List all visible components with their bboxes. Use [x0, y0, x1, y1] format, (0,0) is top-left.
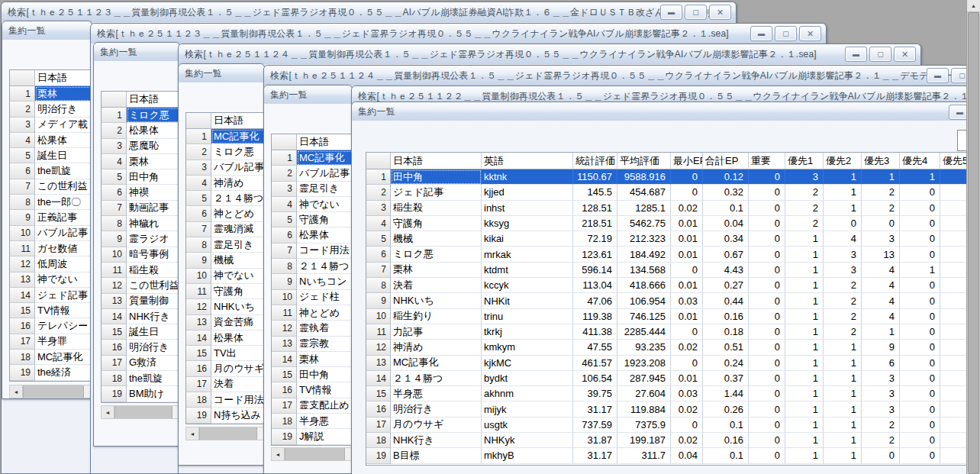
column-header[interactable]: 英語	[482, 153, 573, 169]
row-number[interactable]: 10	[366, 309, 391, 324]
list-item[interactable]: 3 バブル記事	[186, 160, 265, 176]
list-item[interactable]: 19 N持ち込み	[186, 408, 265, 423]
list-item[interactable]: 18 半身悪	[272, 414, 353, 429]
row-number[interactable]: 3	[272, 182, 297, 197]
list-item[interactable]: 10 ジェド柱	[272, 290, 353, 305]
row-number[interactable]: 2	[272, 166, 297, 181]
list-item[interactable]: 7 コード用法	[272, 243, 353, 259]
row-number[interactable]: 11	[186, 284, 211, 299]
row-number[interactable]: 8	[102, 216, 127, 231]
row-number[interactable]: 18	[272, 414, 297, 429]
list-item[interactable]: 7 霊魂消滅	[186, 222, 265, 237]
table-row[interactable]: 1 田中角 kktnk 1150.67 9588.916 0 0.12 0 3 …	[366, 169, 969, 185]
list-item[interactable]: 5 誕生日	[10, 148, 91, 163]
row-number[interactable]: 15	[186, 346, 211, 361]
row-number[interactable]: 7	[10, 179, 35, 195]
list-item[interactable]: 9 霊ラジオ	[102, 231, 180, 247]
row-number[interactable]: 7	[272, 243, 297, 259]
scrollbar-thumb[interactable]	[285, 448, 345, 460]
row-number[interactable]: 6	[366, 247, 391, 262]
list-item[interactable]: 13 神でない	[10, 272, 91, 288]
column-header[interactable]: 日本語	[391, 153, 482, 169]
list-item[interactable]: 12 この世利益	[102, 278, 180, 293]
row-number[interactable]: 5	[272, 212, 297, 227]
close-button[interactable]: ✕	[799, 26, 821, 41]
row-number[interactable]: 6	[186, 206, 211, 221]
table-row[interactable]: 2 ジェド記事 kjjed 145.5 454.687 0 0.32 0 2 1…	[366, 185, 969, 200]
minimize-button[interactable]: ▬	[750, 26, 772, 41]
row-number[interactable]: 4	[272, 197, 297, 212]
list-item[interactable]: 17 半身罪	[10, 334, 91, 350]
row-number[interactable]: 9	[10, 210, 35, 225]
list-item[interactable]: 10 神でない	[186, 269, 265, 284]
row-number[interactable]: 16	[366, 401, 391, 417]
close-button[interactable]: ✕	[894, 47, 916, 62]
row-number[interactable]: 18	[366, 433, 391, 448]
list-item[interactable]: 7 この世利益	[10, 179, 91, 195]
list-item[interactable]: 15 誕生日	[102, 324, 180, 340]
row-number[interactable]: 12	[272, 321, 297, 336]
row-number[interactable]: 7	[186, 222, 211, 237]
table-row[interactable]: 8 決着 kccyk 113.04 418.666 0.01 0.27 0 1 …	[366, 278, 969, 293]
aggregate-window-1-titlebar[interactable]: 集約一覧	[2, 21, 92, 40]
minimize-button[interactable]: ▬	[927, 68, 949, 83]
list-item[interactable]: 10 暗号事例	[102, 247, 180, 263]
table-row[interactable]: 17 月のウサギ usgtk 737.59 7375.9 0 0.1 0 1 1…	[366, 418, 969, 433]
list-item[interactable]: 8 the一郎〇	[10, 195, 91, 210]
list-item[interactable]: 6 神とどめ	[186, 206, 265, 221]
row-number[interactable]: 2	[102, 123, 127, 138]
search-window-4-titlebar[interactable]: 検索[ｔｈｅ２５１１２４＿＿質量制御再現公表１．５＿＿ジェド霊界ラジオ再現０．５…	[264, 66, 980, 86]
row-number[interactable]: 2	[366, 185, 391, 200]
row-number[interactable]: 2	[10, 102, 35, 117]
aggregate-window-4-titlebar[interactable]: 集約一覧	[264, 85, 352, 105]
row-number[interactable]: 19	[272, 429, 297, 444]
row-number[interactable]: 13	[272, 337, 297, 352]
row-number[interactable]: 6	[102, 185, 127, 200]
row-number[interactable]: 11	[10, 241, 35, 256]
list-item[interactable]: 14 栗林	[272, 352, 353, 367]
table-row[interactable]: 15 半身悪 akhnm 39.75 27.604 0.03 1.44 0 1 …	[366, 386, 969, 401]
main-aggregate-window-titlebar[interactable]: 集約一覧 ▬ ▢	[352, 102, 980, 121]
list-item[interactable]: 17 決着	[186, 377, 265, 392]
table-row[interactable]: 14 ２１４勝つ bydkt 106.54 287.945 0.01 0.37 …	[366, 371, 969, 386]
row-number[interactable]: 9	[186, 253, 211, 268]
table-row[interactable]: 13 MC記事化 kjkMC 461.57 1923.208 0 0.24 0 …	[366, 356, 969, 371]
list-item[interactable]: 4 神でない	[272, 197, 353, 212]
list-item[interactable]: 2 松果体	[102, 123, 180, 138]
list-item[interactable]: 4 栗林	[102, 154, 180, 169]
row-number[interactable]: 15	[102, 324, 127, 340]
column-header[interactable]: 統計評価	[573, 153, 617, 169]
table-row[interactable]: 16 明治行き mijyk 31.17 119.884 0.02 0.26 0 …	[366, 401, 969, 417]
row-number[interactable]: 8	[366, 278, 391, 293]
aggregate-window-2-titlebar[interactable]: 集約一覧	[94, 43, 179, 62]
row-number[interactable]: 12	[10, 256, 35, 272]
row-number[interactable]: 18	[186, 392, 211, 408]
list-item[interactable]: 5 ２１４勝つ	[186, 191, 265, 206]
list-item[interactable]: 2 明治行き	[10, 102, 91, 117]
row-number[interactable]: 17	[102, 356, 127, 371]
search-window-1-titlebar[interactable]: 検索[ｔｈｅ２５１１２３＿＿質量制御再現公表１．５＿＿ジェド霊界ラジオ再現０．５…	[2, 2, 736, 23]
column-header[interactable]: 優先1	[785, 153, 824, 169]
row-number[interactable]: 7	[102, 201, 127, 216]
row-number[interactable]: 13	[366, 356, 391, 371]
column-header[interactable]: 優先2	[824, 153, 862, 169]
list-item[interactable]: 8 神穢れ	[102, 216, 180, 231]
row-number[interactable]: 15	[272, 367, 297, 382]
row-number[interactable]: 9	[366, 293, 391, 308]
scroll-left-arrow[interactable]: ◄	[186, 427, 199, 440]
row-number[interactable]: 5	[102, 169, 127, 185]
row-number[interactable]: 11	[366, 324, 391, 340]
list-item[interactable]: 8 霊足引き	[186, 237, 265, 253]
column-header[interactable]: 合計EP	[703, 153, 749, 169]
list-item[interactable]: 1 MC記事化	[186, 129, 265, 144]
row-number[interactable]: 12	[102, 278, 127, 293]
list-item[interactable]: 16 月のウサギ	[186, 361, 265, 376]
list-item[interactable]: 9 Nいちコン	[272, 274, 353, 289]
row-number[interactable]: 8	[272, 259, 297, 274]
row-number[interactable]: 14	[186, 331, 211, 346]
row-number[interactable]: 17	[186, 377, 211, 392]
row-number[interactable]: 16	[272, 382, 297, 398]
scrollbar-thumb[interactable]	[199, 427, 257, 440]
list-item[interactable]: 10 バブル記事	[10, 226, 91, 241]
table-row[interactable]: 19 B目標 mkhyB 31.17 311.7 0.04 0.1 0 1 1 …	[366, 448, 969, 463]
